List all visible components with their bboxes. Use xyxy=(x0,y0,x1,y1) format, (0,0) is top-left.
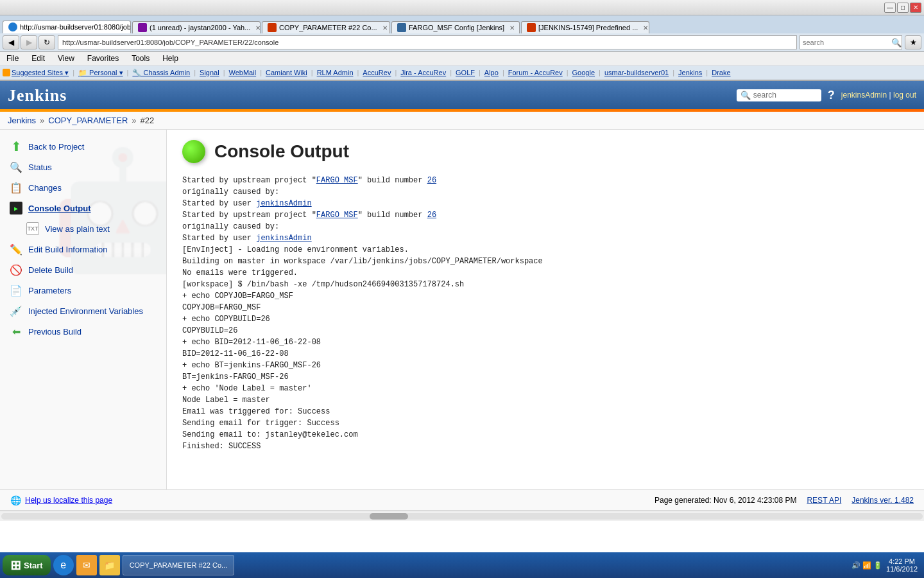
breadcrumb-build-number: #22 xyxy=(141,116,155,125)
bookmark-signal[interactable]: Signal xyxy=(200,69,219,76)
bookmark-webmail[interactable]: WebMail xyxy=(229,69,257,76)
sidebar-item-injected-env[interactable]: 💉 Injected Environment Variables xyxy=(0,301,166,321)
bookmark-drake[interactable]: Drake xyxy=(712,69,730,76)
maximize-button[interactable]: □ xyxy=(897,3,909,13)
sidebar-item-edit-build[interactable]: ✏️ Edit Build Information xyxy=(0,239,166,259)
sidebar-item-parameters[interactable]: 📄 Parameters xyxy=(0,280,166,301)
page-generated-text: Page generated: Nov 6, 2012 4:23:08 PM xyxy=(654,496,797,505)
logout-link[interactable]: log out xyxy=(893,91,916,100)
bookmark-personal[interactable]: 📁 Personal ▾ xyxy=(78,69,123,77)
tab-5[interactable]: [JENKINS-15749] Predefined ... ✕ xyxy=(521,21,649,33)
header-user: jenkinsAdmin | log out xyxy=(841,91,916,100)
edit-icon: ✏️ xyxy=(9,242,23,256)
help-localize-icon: 🌐 xyxy=(10,495,21,505)
fargo-msf-link-1[interactable]: FARGO_MSF xyxy=(316,176,358,185)
jenkins-admin-link-2[interactable]: jenkinsAdmin xyxy=(256,234,311,243)
injected-env-link[interactable]: Injected Environment Variables xyxy=(28,306,143,316)
bookmark-suggested-icon xyxy=(3,69,10,76)
back-arrow-icon: ⬆ xyxy=(9,139,23,153)
help-icon[interactable]: ? xyxy=(828,89,835,102)
header-username-link[interactable]: jenkinsAdmin xyxy=(841,91,887,100)
minimize-button[interactable]: — xyxy=(884,3,896,13)
sidebar-item-view-plain[interactable]: TXT View as plain text xyxy=(0,218,166,239)
title-bar: — □ ✕ xyxy=(0,0,924,15)
sidebar-item-delete-build[interactable]: 🚫 Delete Build xyxy=(0,259,166,280)
footer-right: Page generated: Nov 6, 2012 4:23:08 PM R… xyxy=(654,496,914,505)
favorites-button[interactable]: ★ xyxy=(905,35,921,49)
jenkins-header: Jenkins 🔍 ? jenkinsAdmin | log out xyxy=(0,81,924,109)
bookmark-alpo[interactable]: Alpo xyxy=(484,69,499,76)
forward-button[interactable]: ▶ xyxy=(21,35,37,49)
bookmark-forum[interactable]: Forum - AccuRev xyxy=(508,69,563,76)
header-search-input[interactable] xyxy=(753,91,817,100)
sidebar-item-status[interactable]: 🔍 Status xyxy=(0,157,166,177)
h-scrollbar[interactable] xyxy=(0,511,924,521)
tab-4[interactable]: FARGO_MSF Config [Jenkins] ✕ xyxy=(391,21,520,33)
bookmark-chassis[interactable]: 🔧 Chassis Admin xyxy=(132,69,190,77)
bookmark-jenkins[interactable]: Jenkins xyxy=(678,69,702,76)
bookmark-rlm[interactable]: RLM Admin xyxy=(317,69,354,76)
search-box[interactable]: 🔍 xyxy=(800,35,902,49)
console-icon: ▶ xyxy=(9,201,23,215)
console-output-link[interactable]: Console Output xyxy=(28,204,91,213)
tab-2-label: (1 unread) - jaystan2000 - Yah... xyxy=(150,24,250,31)
status-link[interactable]: Status xyxy=(28,162,52,172)
edit-build-link[interactable]: Edit Build Information xyxy=(28,245,108,254)
h-scroll-thumb[interactable] xyxy=(370,513,408,520)
breadcrumb-copy-parameter[interactable]: COPY_PARAMETER xyxy=(48,116,128,125)
sidebar-item-console-output[interactable]: ▶ Console Output xyxy=(0,198,166,218)
tab-1[interactable]: http://usmar-buildserver01:8080/job/COPY… xyxy=(3,21,131,33)
page-header: Console Output xyxy=(182,140,909,163)
jenkins-version-link[interactable]: Jenkins ver. 1.482 xyxy=(851,496,914,505)
address-box[interactable]: http://usmar-buildserver01:8080/job/COPY… xyxy=(58,35,797,49)
jenkins-admin-link-1[interactable]: jenkinsAdmin xyxy=(256,199,311,208)
refresh-button[interactable]: ↻ xyxy=(38,35,55,49)
rest-api-link[interactable]: REST API xyxy=(807,496,841,505)
changes-link[interactable]: Changes xyxy=(28,183,62,193)
browser-search-input[interactable] xyxy=(803,39,891,46)
back-button[interactable]: ◀ xyxy=(3,35,19,49)
menu-help[interactable]: Help xyxy=(160,53,181,64)
menu-favorites[interactable]: Favorites xyxy=(85,53,121,64)
fargo-msf-link-2[interactable]: FARGO_MSF xyxy=(316,211,358,220)
menu-bar: File Edit View Favorites Tools Help xyxy=(0,52,924,66)
breadcrumb-jenkins[interactable]: Jenkins xyxy=(8,116,36,125)
build-26-link-2[interactable]: 26 xyxy=(427,211,436,220)
bookmark-jira[interactable]: Jira - AccuRev xyxy=(400,69,446,76)
bookmark-google[interactable]: Google xyxy=(572,69,595,76)
back-to-project-link[interactable]: Back to Project xyxy=(28,142,84,152)
tab-2[interactable]: (1 unread) - jaystan2000 - Yah... ✕ xyxy=(132,21,261,33)
nav-buttons: ◀ ▶ ↻ xyxy=(3,35,55,49)
menu-file[interactable]: File xyxy=(4,53,21,64)
sidebar-item-changes[interactable]: 📋 Changes xyxy=(0,177,166,198)
tab-3-icon xyxy=(268,23,277,32)
bookmark-camiant[interactable]: Camiant Wiki xyxy=(266,69,307,76)
menu-view[interactable]: View xyxy=(55,53,77,64)
bookmark-golf[interactable]: GOLF xyxy=(456,69,475,76)
tab-bar: http://usmar-buildserver01:8080/job/COPY… xyxy=(0,15,924,33)
breadcrumb-sep-2: » xyxy=(132,116,136,125)
tab-2-icon xyxy=(138,23,147,32)
tab-3-close[interactable]: ✕ xyxy=(382,24,388,31)
build-status-ball xyxy=(182,140,205,163)
previous-build-link[interactable]: Previous Build xyxy=(28,327,81,337)
tab-3[interactable]: COPY_PARAMETER #22 Co... ✕ xyxy=(262,21,390,33)
sidebar-item-back-to-project[interactable]: ⬆ Back to Project xyxy=(0,136,166,157)
view-plain-link[interactable]: View as plain text xyxy=(45,224,110,234)
menu-edit[interactable]: Edit xyxy=(29,53,47,64)
parameters-link[interactable]: Parameters xyxy=(28,286,71,295)
sidebar-item-previous-build[interactable]: ⬅ Previous Build xyxy=(0,321,166,342)
tab-2-close[interactable]: ✕ xyxy=(255,24,261,31)
tab-5-close[interactable]: ✕ xyxy=(643,24,648,31)
breadcrumb: Jenkins » COPY_PARAMETER » #22 xyxy=(0,112,924,130)
bookmark-suggested[interactable]: Suggested Sites ▾ xyxy=(3,69,69,77)
menu-tools[interactable]: Tools xyxy=(129,53,152,64)
bookmark-accurev[interactable]: AccuRev xyxy=(363,69,391,76)
bookmark-buildserver[interactable]: usmar-buildserver01 xyxy=(604,69,669,76)
delete-build-link[interactable]: Delete Build xyxy=(28,265,73,275)
help-localize-link[interactable]: Help us localize this page xyxy=(25,496,112,505)
build-26-link-1[interactable]: 26 xyxy=(427,176,436,185)
close-button[interactable]: ✕ xyxy=(910,3,921,13)
tab-4-close[interactable]: ✕ xyxy=(509,24,515,31)
tab-4-icon xyxy=(397,23,406,32)
